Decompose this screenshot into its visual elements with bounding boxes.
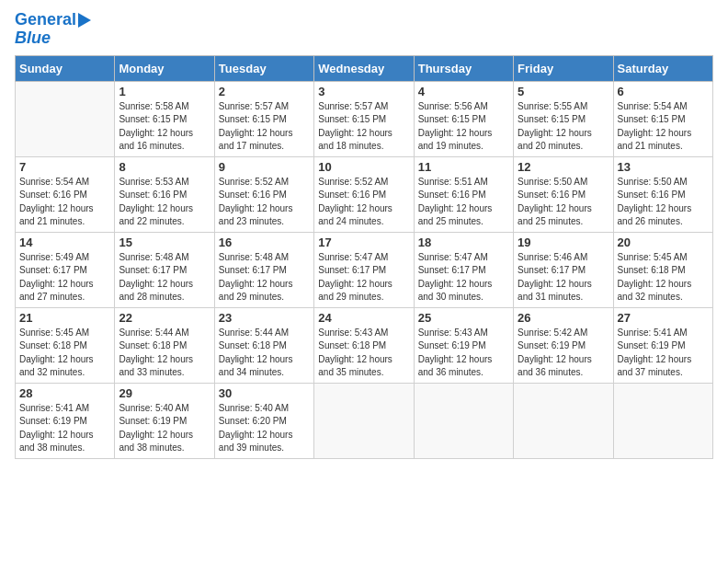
day-info: Sunrise: 5:57 AMSunset: 6:15 PMDaylight:… xyxy=(219,100,310,154)
day-info: Sunrise: 5:41 AMSunset: 6:19 PMDaylight:… xyxy=(19,402,110,455)
day-info: Sunrise: 5:45 AMSunset: 6:18 PMDaylight:… xyxy=(618,251,709,304)
day-number: 22 xyxy=(119,311,210,325)
day-info: Sunrise: 5:53 AMSunset: 6:16 PMDaylight:… xyxy=(119,176,210,229)
day-number: 13 xyxy=(618,160,709,174)
calendar-cell: 9Sunrise: 5:52 AMSunset: 6:16 PMDaylight… xyxy=(214,156,313,232)
calendar-week-2: 7Sunrise: 5:54 AMSunset: 6:16 PMDaylight… xyxy=(16,156,713,232)
day-number: 28 xyxy=(19,386,110,400)
day-info: Sunrise: 5:58 AMSunset: 6:15 PMDaylight:… xyxy=(119,100,210,154)
day-number: 21 xyxy=(19,311,110,325)
calendar-cell xyxy=(514,383,613,458)
calendar-cell: 18Sunrise: 5:47 AMSunset: 6:17 PMDayligh… xyxy=(414,232,513,307)
day-info: Sunrise: 5:44 AMSunset: 6:18 PMDaylight:… xyxy=(119,327,210,380)
day-info: Sunrise: 5:57 AMSunset: 6:15 PMDaylight:… xyxy=(318,100,409,154)
day-number: 29 xyxy=(119,386,210,400)
day-number: 4 xyxy=(418,85,509,98)
calendar-week-4: 21Sunrise: 5:45 AMSunset: 6:18 PMDayligh… xyxy=(16,307,713,383)
calendar-cell xyxy=(613,383,712,458)
page: General Blue SundayMondayTuesdayWednesda… xyxy=(0,0,728,563)
day-number: 24 xyxy=(318,311,409,325)
calendar-cell xyxy=(414,383,513,458)
day-info: Sunrise: 5:45 AMSunset: 6:18 PMDaylight:… xyxy=(19,327,110,380)
calendar-cell xyxy=(314,383,414,458)
calendar-cell: 24Sunrise: 5:43 AMSunset: 6:18 PMDayligh… xyxy=(314,307,414,383)
header: General Blue xyxy=(15,11,713,48)
day-info: Sunrise: 5:43 AMSunset: 6:18 PMDaylight:… xyxy=(318,327,409,380)
day-info: Sunrise: 5:50 AMSunset: 6:16 PMDaylight:… xyxy=(518,176,609,229)
day-number: 9 xyxy=(219,160,310,174)
day-info: Sunrise: 5:43 AMSunset: 6:19 PMDaylight:… xyxy=(418,327,509,380)
calendar-cell: 6Sunrise: 5:54 AMSunset: 6:15 PMDaylight… xyxy=(613,81,712,156)
day-number: 23 xyxy=(219,311,310,325)
calendar-cell: 1Sunrise: 5:58 AMSunset: 6:15 PMDaylight… xyxy=(115,81,214,156)
calendar-cell: 17Sunrise: 5:47 AMSunset: 6:17 PMDayligh… xyxy=(314,232,414,307)
day-number: 5 xyxy=(518,85,609,98)
calendar-cell: 8Sunrise: 5:53 AMSunset: 6:16 PMDaylight… xyxy=(115,156,214,232)
calendar-cell: 19Sunrise: 5:46 AMSunset: 6:17 PMDayligh… xyxy=(514,232,613,307)
day-info: Sunrise: 5:40 AMSunset: 6:19 PMDaylight:… xyxy=(119,402,210,455)
calendar-cell: 22Sunrise: 5:44 AMSunset: 6:18 PMDayligh… xyxy=(115,307,214,383)
day-number: 10 xyxy=(318,160,409,174)
calendar-cell: 10Sunrise: 5:52 AMSunset: 6:16 PMDayligh… xyxy=(314,156,414,232)
calendar-cell: 2Sunrise: 5:57 AMSunset: 6:15 PMDaylight… xyxy=(214,81,313,156)
day-number: 15 xyxy=(119,236,210,249)
logo: General Blue xyxy=(15,11,91,48)
day-number: 30 xyxy=(219,386,310,400)
calendar-week-1: 1Sunrise: 5:58 AMSunset: 6:15 PMDaylight… xyxy=(16,81,713,156)
day-info: Sunrise: 5:48 AMSunset: 6:17 PMDaylight:… xyxy=(119,251,210,304)
calendar-cell: 13Sunrise: 5:50 AMSunset: 6:16 PMDayligh… xyxy=(613,156,712,232)
day-info: Sunrise: 5:51 AMSunset: 6:16 PMDaylight:… xyxy=(418,176,509,229)
day-number: 6 xyxy=(618,85,709,98)
calendar-cell: 21Sunrise: 5:45 AMSunset: 6:18 PMDayligh… xyxy=(16,307,115,383)
day-info: Sunrise: 5:55 AMSunset: 6:15 PMDaylight:… xyxy=(518,100,609,154)
day-number: 26 xyxy=(518,311,609,325)
day-number: 18 xyxy=(418,236,509,249)
day-info: Sunrise: 5:49 AMSunset: 6:17 PMDaylight:… xyxy=(19,251,110,304)
day-info: Sunrise: 5:44 AMSunset: 6:18 PMDaylight:… xyxy=(219,327,310,380)
day-info: Sunrise: 5:46 AMSunset: 6:17 PMDaylight:… xyxy=(518,251,609,304)
calendar-table: SundayMondayTuesdayWednesdayThursdayFrid… xyxy=(15,55,713,459)
calendar-cell: 28Sunrise: 5:41 AMSunset: 6:19 PMDayligh… xyxy=(16,383,115,458)
calendar-header-row: SundayMondayTuesdayWednesdayThursdayFrid… xyxy=(16,55,713,81)
calendar-cell: 30Sunrise: 5:40 AMSunset: 6:20 PMDayligh… xyxy=(214,383,313,458)
day-number: 20 xyxy=(618,236,709,249)
day-info: Sunrise: 5:47 AMSunset: 6:17 PMDaylight:… xyxy=(418,251,509,304)
calendar-cell: 11Sunrise: 5:51 AMSunset: 6:16 PMDayligh… xyxy=(414,156,513,232)
day-info: Sunrise: 5:52 AMSunset: 6:16 PMDaylight:… xyxy=(318,176,409,229)
day-header-wednesday: Wednesday xyxy=(314,55,414,81)
calendar-week-5: 28Sunrise: 5:41 AMSunset: 6:19 PMDayligh… xyxy=(16,383,713,458)
day-info: Sunrise: 5:52 AMSunset: 6:16 PMDaylight:… xyxy=(219,176,310,229)
logo-text: General xyxy=(15,11,76,29)
day-number: 3 xyxy=(318,85,409,98)
day-header-monday: Monday xyxy=(115,55,214,81)
day-info: Sunrise: 5:47 AMSunset: 6:17 PMDaylight:… xyxy=(318,251,409,304)
day-number: 11 xyxy=(418,160,509,174)
day-number: 7 xyxy=(19,160,110,174)
day-info: Sunrise: 5:54 AMSunset: 6:16 PMDaylight:… xyxy=(19,176,110,229)
day-number: 17 xyxy=(318,236,409,249)
calendar-cell: 23Sunrise: 5:44 AMSunset: 6:18 PMDayligh… xyxy=(214,307,313,383)
day-number: 1 xyxy=(119,85,210,98)
calendar-week-3: 14Sunrise: 5:49 AMSunset: 6:17 PMDayligh… xyxy=(16,232,713,307)
logo-general: General xyxy=(15,10,76,29)
calendar-cell xyxy=(16,81,115,156)
calendar-cell: 7Sunrise: 5:54 AMSunset: 6:16 PMDaylight… xyxy=(16,156,115,232)
day-header-sunday: Sunday xyxy=(16,55,115,81)
day-number: 25 xyxy=(418,311,509,325)
day-header-thursday: Thursday xyxy=(414,55,513,81)
logo-arrow-icon xyxy=(78,13,91,28)
calendar-cell: 29Sunrise: 5:40 AMSunset: 6:19 PMDayligh… xyxy=(115,383,214,458)
day-info: Sunrise: 5:42 AMSunset: 6:19 PMDaylight:… xyxy=(518,327,609,380)
calendar-cell: 26Sunrise: 5:42 AMSunset: 6:19 PMDayligh… xyxy=(514,307,613,383)
calendar-cell: 15Sunrise: 5:48 AMSunset: 6:17 PMDayligh… xyxy=(115,232,214,307)
calendar-cell: 16Sunrise: 5:48 AMSunset: 6:17 PMDayligh… xyxy=(214,232,313,307)
calendar-cell: 4Sunrise: 5:56 AMSunset: 6:15 PMDaylight… xyxy=(414,81,513,156)
calendar-cell: 12Sunrise: 5:50 AMSunset: 6:16 PMDayligh… xyxy=(514,156,613,232)
calendar-cell: 27Sunrise: 5:41 AMSunset: 6:19 PMDayligh… xyxy=(613,307,712,383)
logo-blue: Blue xyxy=(15,29,51,48)
day-number: 16 xyxy=(219,236,310,249)
day-header-friday: Friday xyxy=(514,55,613,81)
day-number: 12 xyxy=(518,160,609,174)
calendar-cell: 14Sunrise: 5:49 AMSunset: 6:17 PMDayligh… xyxy=(16,232,115,307)
day-info: Sunrise: 5:56 AMSunset: 6:15 PMDaylight:… xyxy=(418,100,509,154)
